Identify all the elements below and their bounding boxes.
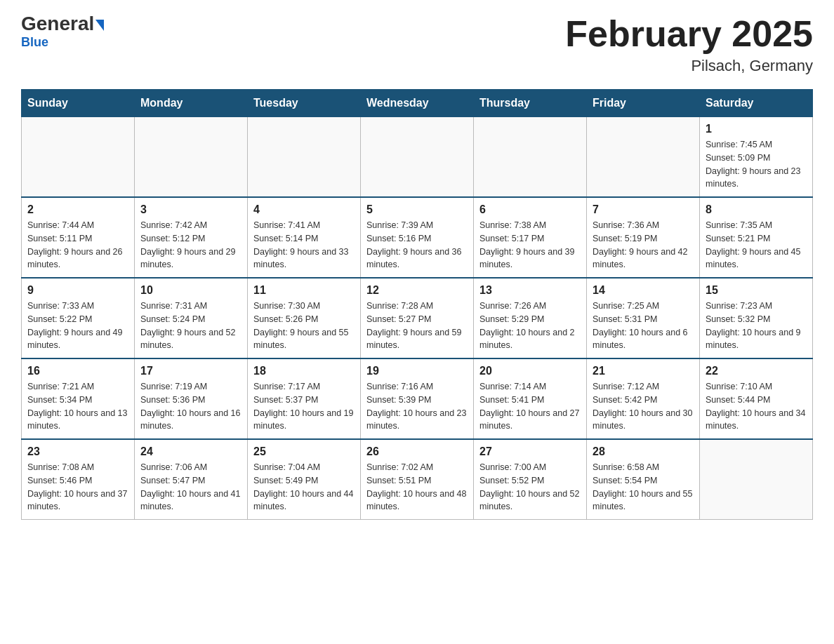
day-info: Sunrise: 7:26 AMSunset: 5:29 PMDaylight:… — [479, 300, 581, 352]
table-row: 7Sunrise: 7:36 AMSunset: 5:19 PMDaylight… — [587, 197, 700, 278]
header-friday: Friday — [587, 90, 700, 117]
day-info: Sunrise: 7:39 AMSunset: 5:16 PMDaylight:… — [366, 219, 468, 271]
calendar-title: February 2025 — [565, 14, 813, 54]
day-info: Sunrise: 7:21 AMSunset: 5:34 PMDaylight:… — [27, 380, 128, 433]
day-info: Sunrise: 7:44 AMSunset: 5:11 PMDaylight:… — [27, 219, 128, 271]
table-row: 19Sunrise: 7:16 AMSunset: 5:39 PMDayligh… — [361, 358, 474, 439]
table-row — [248, 117, 361, 198]
day-info: Sunrise: 7:17 AMSunset: 5:37 PMDaylight:… — [253, 380, 355, 433]
day-info: Sunrise: 7:35 AMSunset: 5:21 PMDaylight:… — [706, 219, 807, 271]
day-number: 15 — [706, 284, 807, 297]
day-info: Sunrise: 6:58 AMSunset: 5:54 PMDaylight:… — [593, 461, 694, 514]
table-row: 25Sunrise: 7:04 AMSunset: 5:49 PMDayligh… — [248, 439, 361, 520]
logo: General Blue — [21, 14, 104, 50]
table-row: 10Sunrise: 7:31 AMSunset: 5:24 PMDayligh… — [135, 278, 248, 358]
table-row: 15Sunrise: 7:23 AMSunset: 5:32 PMDayligh… — [700, 278, 813, 358]
day-number: 6 — [479, 203, 581, 216]
table-row: 12Sunrise: 7:28 AMSunset: 5:27 PMDayligh… — [361, 278, 474, 358]
table-row: 23Sunrise: 7:08 AMSunset: 5:46 PMDayligh… — [22, 439, 135, 520]
day-number: 14 — [593, 284, 694, 297]
table-row: 4Sunrise: 7:41 AMSunset: 5:14 PMDaylight… — [248, 197, 361, 278]
day-info: Sunrise: 7:30 AMSunset: 5:26 PMDaylight:… — [253, 300, 355, 352]
calendar-week-row: 1Sunrise: 7:45 AMSunset: 5:09 PMDaylight… — [22, 117, 813, 198]
table-row: 26Sunrise: 7:02 AMSunset: 5:51 PMDayligh… — [361, 439, 474, 520]
table-row: 5Sunrise: 7:39 AMSunset: 5:16 PMDaylight… — [361, 197, 474, 278]
table-row — [700, 439, 813, 520]
calendar-week-row: 2Sunrise: 7:44 AMSunset: 5:11 PMDaylight… — [22, 197, 813, 278]
logo-text: General — [21, 14, 104, 34]
day-number: 13 — [479, 284, 581, 297]
day-number: 25 — [253, 445, 355, 458]
title-area: February 2025 Pilsach, Germany — [565, 14, 813, 75]
day-info: Sunrise: 7:42 AMSunset: 5:12 PMDaylight:… — [140, 219, 241, 271]
day-number: 17 — [140, 365, 241, 377]
header-saturday: Saturday — [700, 90, 813, 117]
day-number: 26 — [366, 445, 468, 458]
day-number: 23 — [27, 445, 128, 458]
day-info: Sunrise: 7:16 AMSunset: 5:39 PMDaylight:… — [366, 380, 468, 433]
day-number: 3 — [140, 203, 241, 216]
day-info: Sunrise: 7:45 AMSunset: 5:09 PMDaylight:… — [706, 138, 807, 191]
calendar-header-row: Sunday Monday Tuesday Wednesday Thursday… — [22, 90, 813, 117]
table-row: 1Sunrise: 7:45 AMSunset: 5:09 PMDaylight… — [700, 117, 813, 198]
day-info: Sunrise: 7:38 AMSunset: 5:17 PMDaylight:… — [479, 219, 581, 271]
table-row: 8Sunrise: 7:35 AMSunset: 5:21 PMDaylight… — [700, 197, 813, 278]
day-number: 12 — [366, 284, 468, 297]
table-row: 27Sunrise: 7:00 AMSunset: 5:52 PMDayligh… — [474, 439, 587, 520]
calendar-week-row: 16Sunrise: 7:21 AMSunset: 5:34 PMDayligh… — [22, 358, 813, 439]
table-row: 3Sunrise: 7:42 AMSunset: 5:12 PMDaylight… — [135, 197, 248, 278]
day-number: 20 — [479, 365, 581, 377]
day-number: 16 — [27, 365, 128, 377]
day-info: Sunrise: 7:00 AMSunset: 5:52 PMDaylight:… — [479, 461, 581, 514]
table-row: 17Sunrise: 7:19 AMSunset: 5:36 PMDayligh… — [135, 358, 248, 439]
table-row — [587, 117, 700, 198]
day-number: 10 — [140, 284, 241, 297]
day-number: 11 — [253, 284, 355, 297]
table-row: 22Sunrise: 7:10 AMSunset: 5:44 PMDayligh… — [700, 358, 813, 439]
table-row: 14Sunrise: 7:25 AMSunset: 5:31 PMDayligh… — [587, 278, 700, 358]
table-row: 9Sunrise: 7:33 AMSunset: 5:22 PMDaylight… — [22, 278, 135, 358]
header-sunday: Sunday — [22, 90, 135, 117]
calendar-week-row: 9Sunrise: 7:33 AMSunset: 5:22 PMDaylight… — [22, 278, 813, 358]
day-number: 5 — [366, 203, 468, 216]
table-row — [135, 117, 248, 198]
table-row — [22, 117, 135, 198]
day-info: Sunrise: 7:04 AMSunset: 5:49 PMDaylight:… — [253, 461, 355, 514]
day-number: 28 — [593, 445, 694, 458]
day-info: Sunrise: 7:25 AMSunset: 5:31 PMDaylight:… — [593, 300, 694, 352]
day-number: 24 — [140, 445, 241, 458]
day-info: Sunrise: 7:06 AMSunset: 5:47 PMDaylight:… — [140, 461, 241, 514]
calendar-subtitle: Pilsach, Germany — [565, 57, 813, 75]
table-row: 6Sunrise: 7:38 AMSunset: 5:17 PMDaylight… — [474, 197, 587, 278]
day-number: 21 — [593, 365, 694, 377]
table-row: 11Sunrise: 7:30 AMSunset: 5:26 PMDayligh… — [248, 278, 361, 358]
logo-blue-text: Blue — [21, 35, 48, 50]
header-thursday: Thursday — [474, 90, 587, 117]
calendar-table: Sunday Monday Tuesday Wednesday Thursday… — [21, 89, 813, 520]
day-number: 22 — [706, 365, 807, 377]
table-row: 21Sunrise: 7:12 AMSunset: 5:42 PMDayligh… — [587, 358, 700, 439]
day-info: Sunrise: 7:10 AMSunset: 5:44 PMDaylight:… — [706, 380, 807, 433]
header-monday: Monday — [135, 90, 248, 117]
day-number: 1 — [706, 123, 807, 135]
table-row: 2Sunrise: 7:44 AMSunset: 5:11 PMDaylight… — [22, 197, 135, 278]
table-row: 20Sunrise: 7:14 AMSunset: 5:41 PMDayligh… — [474, 358, 587, 439]
table-row: 13Sunrise: 7:26 AMSunset: 5:29 PMDayligh… — [474, 278, 587, 358]
day-info: Sunrise: 7:33 AMSunset: 5:22 PMDaylight:… — [27, 300, 128, 352]
header-tuesday: Tuesday — [248, 90, 361, 117]
table-row — [474, 117, 587, 198]
table-row: 16Sunrise: 7:21 AMSunset: 5:34 PMDayligh… — [22, 358, 135, 439]
day-info: Sunrise: 7:28 AMSunset: 5:27 PMDaylight:… — [366, 300, 468, 352]
day-number: 4 — [253, 203, 355, 216]
table-row — [361, 117, 474, 198]
header-wednesday: Wednesday — [361, 90, 474, 117]
day-info: Sunrise: 7:41 AMSunset: 5:14 PMDaylight:… — [253, 219, 355, 271]
day-number: 2 — [27, 203, 128, 216]
day-number: 9 — [27, 284, 128, 297]
day-info: Sunrise: 7:31 AMSunset: 5:24 PMDaylight:… — [140, 300, 241, 352]
day-info: Sunrise: 7:14 AMSunset: 5:41 PMDaylight:… — [479, 380, 581, 433]
day-info: Sunrise: 7:02 AMSunset: 5:51 PMDaylight:… — [366, 461, 468, 514]
day-number: 18 — [253, 365, 355, 377]
day-info: Sunrise: 7:36 AMSunset: 5:19 PMDaylight:… — [593, 219, 694, 271]
page-header: General Blue February 2025 Pilsach, Germ… — [21, 14, 813, 75]
